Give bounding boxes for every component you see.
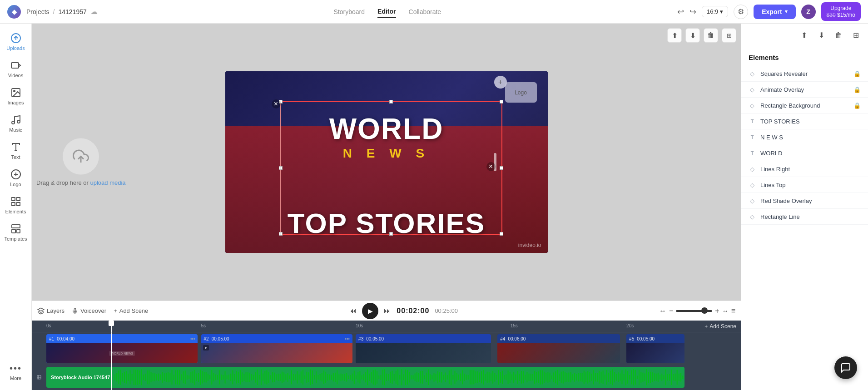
svg-rect-97: [261, 370, 262, 385]
element-row-squares-revealer[interactable]: ◇ Squares Revealer 🔒: [741, 66, 868, 82]
zoom-slider[interactable]: [676, 310, 712, 312]
settings-button[interactable]: ⚙: [734, 5, 748, 19]
squares-revealer-lock[interactable]: 🔒: [853, 70, 861, 77]
clips-row: #1 00:04:00 ••• WORLD NEWS: [32, 332, 741, 365]
redo-button[interactable]: ↪: [689, 7, 696, 17]
element-row-rectangle-background[interactable]: ◇ Rectangle Background 🔒: [741, 98, 868, 114]
sidebar-item-templates[interactable]: Templates: [2, 220, 30, 245]
sidebar-item-elements[interactable]: Elements: [2, 193, 30, 218]
grid-view-button[interactable]: ⊞: [722, 28, 736, 43]
rectangle-background-lock[interactable]: 🔒: [853, 102, 861, 109]
news-lock-empty: 🔒: [853, 134, 861, 141]
element-row-red-shade[interactable]: ◇ Red Shade Overlay 🔒: [741, 193, 868, 209]
projects-link[interactable]: Projects: [26, 8, 50, 15]
element-row-lines-right[interactable]: ◇ Lines Right 🔒: [741, 161, 868, 177]
logo-badge[interactable]: Logo: [505, 82, 537, 103]
svg-rect-24: [122, 373, 123, 381]
add-scene-toolbar-button[interactable]: + Add Scene: [114, 307, 148, 314]
lines-right-lock-empty: 🔒: [853, 166, 861, 173]
close-icon-top-left[interactable]: ×: [272, 99, 281, 109]
svg-rect-228: [510, 372, 511, 383]
svg-rect-214: [483, 370, 484, 385]
skip-back-button[interactable]: ⏮: [349, 307, 357, 315]
svg-rect-250: [551, 375, 552, 379]
panel-delete-button[interactable]: 🗑: [832, 29, 845, 42]
undo-button[interactable]: ↩: [677, 7, 684, 17]
timecode: 00:02:00: [397, 307, 429, 315]
scene-clip-3[interactable]: #3 00:05:00: [356, 334, 491, 363]
ruler-mark-20s: 20s: [626, 323, 634, 328]
element-row-top-stories[interactable]: T TOP STORIES 🔒: [741, 114, 868, 129]
sidebar-item-music[interactable]: Music: [2, 111, 30, 136]
svg-point-5: [12, 121, 15, 124]
sidebar-item-more[interactable]: ••• More: [2, 360, 30, 385]
svg-rect-270: [590, 372, 590, 382]
animate-overlay-lock[interactable]: 🔒: [853, 86, 861, 93]
scene-2-dots[interactable]: •••: [345, 336, 350, 341]
zoom-in-button[interactable]: +: [715, 307, 719, 315]
download-canvas-button[interactable]: ⬇: [685, 28, 700, 43]
scene-2-label: #2: [204, 336, 209, 341]
skip-forward-button[interactable]: ⏭: [384, 307, 391, 315]
svg-rect-310: [665, 369, 666, 385]
scene-clip-4[interactable]: #4 00:06:00: [497, 334, 620, 363]
add-scene-track-button[interactable]: + Add Scene: [704, 323, 736, 330]
user-avatar[interactable]: Z: [801, 5, 816, 19]
svg-rect-50: [172, 370, 173, 385]
scene-clip-2[interactable]: #2 00:05:00 ••• ▶: [201, 334, 352, 363]
sidebar-item-uploads[interactable]: Uploads: [2, 29, 30, 54]
lines-right-icon: ◇: [749, 165, 756, 173]
panel-download-button[interactable]: ⬇: [814, 29, 828, 42]
project-id[interactable]: 14121957: [58, 8, 86, 15]
tab-editor[interactable]: Editor: [377, 6, 396, 18]
svg-rect-181: [421, 371, 422, 383]
element-row-lines-top[interactable]: ◇ Lines Top 🔒: [741, 177, 868, 193]
fit-button[interactable]: ↔: [659, 307, 666, 315]
voiceover-button[interactable]: Voiceover: [72, 307, 106, 314]
aspect-ratio-button[interactable]: 16:9 ▾: [702, 6, 728, 17]
tab-storyboard[interactable]: Storyboard: [334, 6, 365, 17]
chat-button[interactable]: [834, 356, 857, 379]
element-row-animate-overlay[interactable]: ◇ Animate Overlay 🔒: [741, 82, 868, 98]
svg-rect-248: [548, 372, 549, 383]
element-row-news[interactable]: T N E W S 🔒: [741, 129, 868, 145]
upload-media-link[interactable]: upload media: [90, 179, 126, 186]
scene-clip-1[interactable]: #1 00:04:00 ••• WORLD NEWS: [46, 334, 198, 363]
element-row-rectangle-line[interactable]: ◇ Rectangle Line 🔒: [741, 209, 868, 225]
close-icon-center-right[interactable]: ×: [486, 162, 496, 171]
layers-button[interactable]: Layers: [37, 307, 64, 315]
audio-row-left[interactable]: [32, 365, 46, 390]
svg-rect-92: [251, 374, 252, 380]
play-button[interactable]: ▶: [362, 303, 378, 319]
svg-rect-261: [572, 374, 573, 380]
upload-circle-icon[interactable]: [63, 138, 99, 175]
scene-1-label: #1: [49, 336, 54, 341]
sidebar-item-text[interactable]: Text: [2, 138, 30, 163]
sidebar-item-images[interactable]: Images: [2, 84, 30, 109]
svg-rect-95: [257, 370, 258, 385]
expand-fit-button[interactable]: ↔: [722, 307, 729, 315]
microphone-icon: [72, 308, 78, 314]
scene-1-dots[interactable]: •••: [190, 336, 195, 341]
panel-upload-button[interactable]: ⬆: [797, 29, 811, 42]
audio-block[interactable]: Storyblock Audio 174547: [46, 367, 684, 388]
upload-to-canvas-button[interactable]: ⬆: [667, 28, 682, 43]
svg-rect-53: [177, 370, 178, 385]
sidebar-item-logo[interactable]: Logo: [2, 165, 30, 191]
svg-rect-86: [240, 370, 241, 385]
timeline-cursor[interactable]: [111, 321, 112, 332]
new-price: $15/mo: [837, 12, 855, 18]
export-button[interactable]: Export ▾: [754, 5, 795, 19]
tab-collaborate[interactable]: Collaborate: [409, 6, 441, 17]
panel-grid-button[interactable]: ⊞: [849, 29, 863, 42]
scene-clip-5[interactable]: #5 00:05:00: [626, 334, 684, 363]
expand-timeline-button[interactable]: ≡: [731, 307, 735, 315]
sidebar-item-videos[interactable]: Videos: [2, 56, 30, 82]
element-row-world[interactable]: T WORLD 🔒: [741, 145, 868, 161]
upgrade-button[interactable]: Upgrade $30 $15/mo: [821, 2, 861, 21]
svg-rect-129: [322, 373, 322, 382]
nav-right: ↩ ↪ 16:9 ▾ ⚙ Export ▾ Z Upgrade $30 $15/…: [677, 2, 861, 21]
zoom-out-button[interactable]: −: [669, 307, 673, 315]
delete-canvas-button[interactable]: 🗑: [704, 28, 718, 43]
zoom-thumb[interactable]: [701, 307, 708, 314]
